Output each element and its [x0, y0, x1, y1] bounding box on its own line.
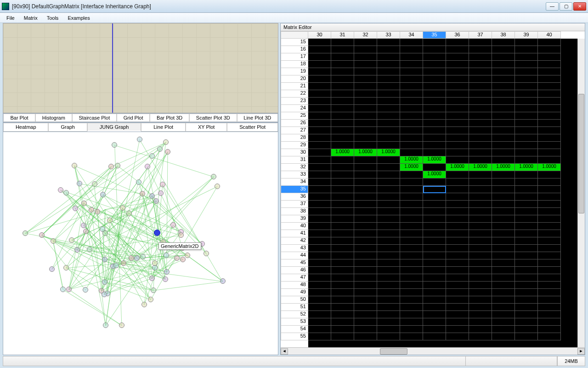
matrix-cell[interactable] [538, 282, 561, 289]
graph-node[interactable] [211, 174, 216, 179]
graph-node[interactable] [102, 230, 108, 236]
matrix-cell[interactable] [331, 105, 354, 112]
matrix-cell[interactable] [354, 39, 377, 46]
matrix-cell[interactable] [308, 112, 331, 120]
matrix-cell[interactable] [377, 333, 400, 340]
matrix-cell[interactable] [354, 61, 377, 68]
matrix-cell[interactable] [492, 127, 515, 134]
matrix-cell[interactable] [492, 171, 515, 178]
matrix-cell[interactable] [515, 53, 538, 61]
matrix-cell[interactable] [423, 230, 446, 237]
graph-node[interactable] [178, 232, 184, 238]
scrollbar-thumb[interactable] [380, 348, 407, 355]
matrix-cell[interactable] [446, 193, 469, 201]
matrix-cell[interactable] [331, 193, 354, 201]
matrix-cell[interactable] [354, 289, 377, 296]
matrix-cell[interactable] [308, 230, 331, 237]
matrix-cell[interactable] [400, 149, 423, 156]
matrix-cell[interactable] [423, 193, 446, 201]
matrix-cell[interactable] [377, 39, 400, 46]
matrix-cell[interactable] [515, 318, 538, 326]
matrix-cell[interactable] [423, 333, 446, 340]
matrix-cell[interactable] [400, 53, 423, 61]
matrix-cell[interactable] [377, 171, 400, 178]
tab-jung-graph[interactable]: JUNG Graph [87, 123, 141, 132]
graph-node[interactable] [102, 279, 107, 285]
matrix-cell[interactable] [469, 193, 492, 201]
matrix-cell[interactable] [354, 245, 377, 252]
matrix-cell[interactable] [354, 98, 377, 105]
matrix-cell[interactable] [538, 127, 561, 134]
matrix-cell[interactable] [354, 223, 377, 230]
graph-node[interactable] [165, 149, 170, 155]
matrix-cell[interactable] [377, 178, 400, 186]
column-header[interactable]: 39 [515, 31, 538, 39]
matrix-cell[interactable] [538, 289, 561, 296]
matrix-cell[interactable] [492, 178, 515, 186]
matrix-cell[interactable] [446, 289, 469, 296]
matrix-cell[interactable] [354, 333, 377, 340]
matrix-cell[interactable] [377, 142, 400, 149]
graph-node[interactable] [49, 266, 55, 272]
matrix-cell[interactable] [538, 149, 561, 156]
matrix-cell[interactable] [446, 259, 469, 267]
matrix-cell[interactable] [400, 215, 423, 223]
matrix-cell[interactable] [515, 193, 538, 201]
matrix-cell[interactable] [469, 326, 492, 333]
matrix-cell[interactable] [469, 186, 492, 193]
close-button[interactable]: ✕ [573, 2, 586, 11]
matrix-cell[interactable] [469, 83, 492, 90]
matrix-cell[interactable] [354, 178, 377, 186]
matrix-cell[interactable] [354, 326, 377, 333]
matrix-cell[interactable] [446, 274, 469, 282]
matrix-cell[interactable] [354, 259, 377, 267]
matrix-cell[interactable] [538, 230, 561, 237]
graph-node[interactable] [77, 181, 82, 186]
graph-node[interactable] [152, 260, 158, 266]
scrollbar-thumb[interactable] [578, 94, 584, 213]
matrix-cell[interactable] [538, 134, 561, 142]
scroll-right-icon[interactable]: ► [577, 348, 585, 355]
matrix-cell[interactable] [538, 105, 561, 112]
matrix-cell[interactable] [538, 252, 561, 259]
matrix-cell[interactable] [377, 223, 400, 230]
row-header[interactable]: 51 [281, 304, 308, 311]
graph-node[interactable] [73, 206, 78, 211]
matrix-cell[interactable] [423, 237, 446, 245]
matrix-cell[interactable] [446, 90, 469, 98]
matrix-cell[interactable] [377, 164, 400, 171]
matrix-cell[interactable] [400, 61, 423, 68]
matrix-cell[interactable] [400, 83, 423, 90]
row-header[interactable]: 39 [281, 215, 308, 223]
row-header[interactable]: 29 [281, 142, 308, 149]
matrix-cell[interactable] [423, 282, 446, 289]
matrix-cell[interactable] [515, 267, 538, 274]
graph-node[interactable] [149, 193, 155, 199]
matrix-cell[interactable] [492, 61, 515, 68]
matrix-cell[interactable] [515, 98, 538, 105]
graph-node[interactable] [92, 181, 97, 187]
matrix-cell[interactable] [354, 68, 377, 75]
matrix-cell[interactable] [331, 156, 354, 164]
matrix-cell[interactable] [377, 46, 400, 53]
matrix-cell[interactable] [354, 274, 377, 282]
matrix-cell[interactable] [308, 134, 331, 142]
column-header[interactable]: 32 [354, 31, 377, 39]
matrix-cell[interactable]: 1.0000 [354, 149, 377, 156]
matrix-cell[interactable] [446, 296, 469, 304]
matrix-cell[interactable] [331, 98, 354, 105]
matrix-cell[interactable] [446, 282, 469, 289]
matrix-cell[interactable] [377, 274, 400, 282]
matrix-cell[interactable] [377, 230, 400, 237]
matrix-cell[interactable] [400, 296, 423, 304]
graph-node[interactable] [145, 164, 150, 169]
row-header[interactable]: 50 [281, 296, 308, 304]
matrix-cell[interactable] [515, 127, 538, 134]
column-header[interactable]: 33 [377, 31, 400, 39]
matrix-cell[interactable] [354, 252, 377, 259]
row-header[interactable]: 47 [281, 274, 308, 282]
matrix-cell[interactable] [331, 142, 354, 149]
matrix-cell[interactable] [331, 171, 354, 178]
graph-node[interactable] [119, 322, 124, 328]
row-header[interactable]: 34 [281, 178, 308, 186]
